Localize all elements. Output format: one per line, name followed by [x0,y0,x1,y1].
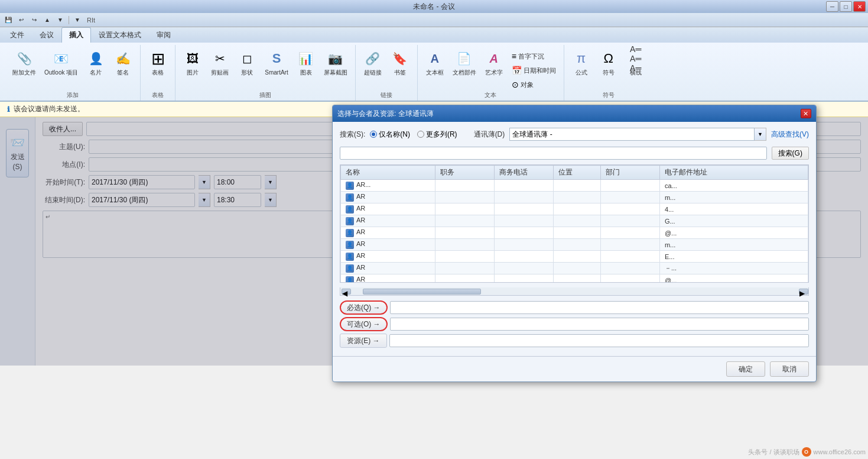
tab-review[interactable]: 审阅 [149,27,178,43]
dropcap-button[interactable]: ≡ 首字下沉 [509,50,559,63]
tab-format[interactable]: 设置文本格式 [91,27,149,43]
cell-duty [435,191,494,203]
radio-more-cols[interactable]: 更多列(R) [417,129,457,139]
ribbon-group-link: 🔗 超链接 🔖 书签 链接 [356,45,418,101]
smartart-label: SmartArt [265,69,288,76]
undo-button[interactable]: ↩ [15,15,27,25]
addressbook-input[interactable] [509,128,755,141]
signature-button[interactable]: ✍ 签名 [110,47,135,78]
required-input[interactable] [390,301,809,314]
down-button[interactable]: ▼ [54,15,66,25]
dialog-close-button[interactable]: ✕ [801,109,811,118]
ribbon: 📎 附加文件 📧 Outlook 项目 👤 名片 ✍ 签名 添加 ⊞ 表格 [0,43,868,102]
wordart-button[interactable]: A 艺术字 [482,47,506,78]
cell-phone [494,274,553,283]
table-row[interactable]: 👤AR m... [340,191,808,203]
required-button[interactable]: 必选(Q) → [340,300,388,315]
table-row[interactable]: 👤AR m... [340,238,808,250]
table-row[interactable]: 👤AR... ca... [340,179,808,191]
search-text-input[interactable] [340,147,767,160]
horizontal-scrollbar[interactable]: ◀ ▶ [340,287,809,296]
symbol-button[interactable]: Ω 符号 [596,47,621,78]
cancel-button[interactable]: 取消 [770,361,809,366]
datetime-button[interactable]: 📅 日期和时间 [509,64,559,77]
business-card-button[interactable]: 👤 名片 [83,47,108,78]
optional-button[interactable]: 可选(O) → [340,317,388,331]
tab-insert[interactable]: 插入 [61,27,91,43]
cell-location [553,227,600,238]
table-row[interactable]: 👤AR E... [340,250,808,262]
main-area: 📨 发送 (S) 收件人... 主题(U): 地点(I): 开始时间(T): ▼… [0,117,868,366]
group-symbol-label: 符号 [603,91,615,101]
h-scroll-thumb[interactable] [363,288,481,294]
col-dept: 部门 [600,165,659,179]
bookmark-label: 书签 [394,69,406,76]
cell-location [553,274,600,283]
optional-input[interactable] [390,318,809,331]
dropdown-button[interactable]: ▼ [71,15,83,25]
bookmark-button[interactable]: 🔖 书签 [388,47,412,78]
h-scroll-right[interactable]: ▶ [799,288,808,294]
outlook-item-button[interactable]: 📧 Outlook 项目 [41,47,81,78]
close-button[interactable]: ✕ [853,1,866,12]
clipart-button[interactable]: ✂ 剪贴画 [207,47,232,78]
hyperlink-button[interactable]: 🔗 超链接 [360,47,385,78]
table-row[interactable]: 👤AR 4... [340,203,808,215]
attach-file-button[interactable]: 📎 附加文件 [9,47,39,78]
resource-button[interactable]: 资源(E) → [340,334,387,348]
cell-phone [494,250,553,262]
cell-email: @... [659,227,808,238]
contact-icon: 👤 [346,181,354,189]
cell-name: 👤AR [340,238,435,250]
line-button[interactable]: A═A═A═ 横线 [623,47,648,78]
screenshot-button[interactable]: 📷 屏幕截图 [321,47,350,78]
addressbook-dropdown[interactable]: ▼ [755,128,766,141]
cell-location [553,215,600,227]
contact-table: 名称 职务 商务电话 位置 部门 电子邮件地址 👤AR... ca... [340,165,808,283]
shape-button[interactable]: ◻ 形状 [235,47,259,78]
formula-button[interactable]: π 公式 [569,47,594,78]
cell-name: 👤AR [340,227,435,238]
table-row[interactable]: 👤AR @... [340,274,808,283]
datetime-label: 日期和时间 [524,66,556,75]
h-scroll-left[interactable]: ◀ [342,288,351,294]
hyperlink-icon: 🔗 [363,49,382,68]
group-illustration-items: 🖼 图片 ✂ 剪贴画 ◻ 形状 S SmartArt 📊 图表 📷 屏幕截图 [180,45,350,91]
table-row[interactable]: 👤AR －... [340,262,808,274]
maximize-button[interactable]: □ [840,1,852,12]
text-small-group: ≡ 首字下沉 📅 日期和时间 ⊙ 对象 [509,47,559,91]
search-button[interactable]: 搜索(G) [772,147,809,160]
ribbon-group-illustration: 🖼 图片 ✂ 剪贴画 ◻ 形状 S SmartArt 📊 图表 📷 屏幕截图 [175,45,355,101]
app-logo: RIt [87,17,95,24]
chart-button[interactable]: 📊 图表 [294,47,318,78]
contact-table-wrapper: 名称 职务 商务电话 位置 部门 电子邮件地址 👤AR... ca... [340,164,809,283]
chart-icon: 📊 [297,49,316,68]
search-row: 搜索(S): 仅名称(N) 更多列(R) 通讯薄(D) [340,128,809,141]
radio-name-only[interactable]: 仅名称(N) [370,129,410,139]
resource-input[interactable] [389,334,809,347]
smartart-icon: S [267,49,286,68]
table-row[interactable]: 👤AR G... [340,215,808,227]
object-button[interactable]: ⊙ 对象 [509,78,559,91]
cell-location [553,262,600,274]
textbox-label: 文本框 [426,69,444,76]
minimize-button[interactable]: ─ [826,1,838,12]
cell-name: 👤AR [340,250,435,262]
picture-button[interactable]: 🖼 图片 [180,47,205,78]
save-button[interactable]: 💾 [2,15,14,25]
up-button[interactable]: ▲ [41,15,53,25]
cell-email: m... [659,238,808,250]
advanced-search-link[interactable]: 高级查找(V) [771,129,809,139]
smartart-button[interactable]: S SmartArt [262,47,291,78]
cell-email: －... [659,262,808,274]
dropcap-icon: ≡ [512,51,516,61]
tab-file[interactable]: 文件 [2,27,32,43]
outlook-label: Outlook 项目 [44,69,78,76]
docparts-button[interactable]: 📄 文档部件 [450,47,479,78]
ok-button[interactable]: 确定 [726,361,765,366]
table-row[interactable]: 👤AR @... [340,227,808,238]
tab-meeting[interactable]: 会议 [32,27,61,43]
redo-button[interactable]: ↪ [28,15,40,25]
textbox-button[interactable]: A 文本框 [422,47,447,78]
table-button[interactable]: ⊞ 表格 [145,47,170,78]
